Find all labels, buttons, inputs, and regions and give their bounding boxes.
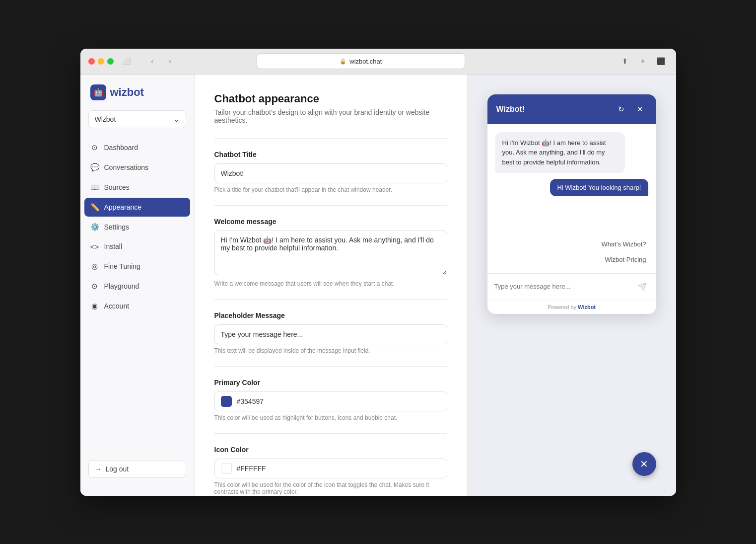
fine-tuning-icon: ◎ (90, 262, 99, 271)
settings-icon: ⚙️ (90, 223, 99, 232)
placeholder-message-input[interactable] (214, 324, 447, 344)
icon-color-swatch (221, 463, 232, 474)
icon-color-value: #FFFFFF (237, 465, 266, 472)
divider-2 (214, 205, 447, 206)
welcome-message-hint: Write a welcome message that users will … (214, 280, 447, 287)
nav-items: ⊙ Dashboard 💬 Conversations 📖 Sources ✏️… (80, 138, 194, 452)
chevron-down-icon: ⌄ (174, 115, 180, 123)
chat-header-actions: ↻ ✕ (615, 102, 647, 116)
chat-footer: Powered by Wizbot (487, 300, 656, 314)
minimize-button[interactable] (98, 58, 104, 65)
dashboard-icon: ⊙ (90, 143, 99, 152)
suggestion-chip-2[interactable]: Wizbot Pricing (605, 254, 646, 265)
main-content: Chatbot appearance Tailor your chatbot's… (195, 75, 468, 496)
icon-color-input[interactable]: #FFFFFF (214, 459, 447, 478)
chat-input-area (487, 273, 656, 300)
placeholder-message-hint: This text will be displayed inside of th… (214, 347, 447, 354)
bot-message: Hi I'm Wizbot 🤖! I am here to assist you… (495, 132, 625, 173)
lock-icon: 🔒 (340, 58, 346, 65)
sidebar-logo: 🤖 wizbot (80, 84, 194, 110)
address-bar[interactable]: 🔒 wizbot.chat (257, 53, 465, 69)
sidebar-item-playground[interactable]: ⊙ Playground (84, 277, 190, 296)
forward-button[interactable]: › (163, 54, 177, 68)
install-icon: <> (90, 242, 99, 251)
sidebar-item-appearance[interactable]: ✏️ Appearance (84, 198, 190, 217)
placeholder-message-label: Placeholder Message (214, 311, 447, 319)
sidebar-item-label: Appearance (104, 203, 142, 211)
chatbot-title-hint: Pick a title for your chatbot that'll ap… (214, 186, 447, 193)
conversations-icon: 💬 (90, 163, 99, 172)
new-tab-icon[interactable]: ＋ (636, 54, 650, 68)
powered-by-text: Powered by (548, 304, 576, 310)
welcome-message-section: Welcome message Hi I'm Wizbot 🤖! I am he… (214, 218, 447, 287)
sidebar-item-label: Settings (104, 223, 130, 231)
sidebar-item-label: Playground (104, 282, 139, 290)
sidebar-item-label: Conversations (104, 163, 149, 171)
icon-color-section: Icon Color #FFFFFF This color will be us… (214, 446, 447, 495)
sidebar-item-install[interactable]: <> Install (84, 237, 190, 256)
primary-color-value: #354597 (237, 397, 264, 405)
workspace-label: Wizbot (95, 115, 116, 123)
account-icon: ◉ (90, 302, 99, 311)
chatbot-title-input[interactable] (214, 163, 447, 183)
primary-color-input[interactable]: #354597 (214, 391, 447, 411)
sidebar-item-sources[interactable]: 📖 Sources (84, 178, 190, 197)
primary-color-label: Primary Color (214, 379, 447, 387)
sidebar: 🤖 wizbot Wizbot ⌄ ⊙ Dashboard 💬 Conversa… (80, 75, 195, 496)
chat-header-title: Wizbot! (496, 105, 525, 114)
page-title: Chatbot appearance (214, 92, 447, 105)
icon-color-label: Icon Color (214, 446, 447, 454)
back-button[interactable]: ‹ (145, 54, 159, 68)
logo-text: wizbot (110, 86, 144, 99)
divider-4 (214, 366, 447, 367)
sidebar-toggle-icon[interactable]: ⬜ (120, 54, 134, 68)
sidebar-item-settings[interactable]: ⚙️ Settings (84, 218, 190, 236)
sidebar-item-conversations[interactable]: 💬 Conversations (84, 158, 190, 177)
sidebar-item-label: Account (104, 302, 130, 310)
welcome-message-textarea[interactable]: Hi I'm Wizbot 🤖! I am here to assist you… (214, 231, 447, 275)
app-body: 🤖 wizbot Wizbot ⌄ ⊙ Dashboard 💬 Conversa… (80, 75, 676, 496)
sidebar-item-dashboard[interactable]: ⊙ Dashboard (84, 138, 190, 157)
sidebar-item-fine-tuning[interactable]: ◎ Fine Tuning (84, 257, 190, 276)
preview-panel: Wizbot! ↻ ✕ Hi I'm Wizbot 🤖! I am here t… (468, 75, 676, 496)
sidebar-item-label: Dashboard (104, 144, 138, 152)
traffic-lights (88, 58, 114, 65)
suggestion-chip-1[interactable]: What's Wizbot? (602, 238, 646, 250)
chatbot-title-label: Chatbot Title (214, 151, 447, 158)
sidebar-item-label: Sources (104, 183, 130, 191)
divider-5 (214, 433, 447, 434)
logout-button[interactable]: → Log out (88, 460, 186, 478)
chat-widget: Wizbot! ↻ ✕ Hi I'm Wizbot 🤖! I am here t… (487, 94, 656, 314)
workspace-selector[interactable]: Wizbot ⌄ (88, 110, 186, 128)
divider-3 (214, 299, 447, 300)
chat-refresh-button[interactable]: ↻ (615, 102, 628, 116)
sidebar-item-account[interactable]: ◉ Account (84, 297, 190, 315)
logout-icon: → (95, 465, 102, 473)
appearance-icon: ✏️ (90, 203, 99, 212)
chat-close-button[interactable]: ✕ (633, 102, 647, 116)
sidebar-item-label: Install (104, 242, 123, 250)
close-button[interactable] (88, 58, 95, 65)
browser-actions: ⬆ ＋ ⬛ (618, 54, 668, 68)
chat-messages: Hi I'm Wizbot 🤖! I am here to assist you… (487, 124, 656, 273)
logo-icon: 🤖 (90, 84, 106, 100)
divider-1 (214, 138, 447, 139)
sidebar-bottom: → Log out (80, 452, 194, 486)
chat-fab-button[interactable]: ✕ (632, 452, 656, 476)
maximize-button[interactable] (107, 58, 114, 65)
chat-input[interactable] (494, 283, 631, 290)
sources-icon: 📖 (90, 183, 99, 192)
chatbot-title-section: Chatbot Title Pick a title for your chat… (214, 151, 447, 193)
sidebar-item-label: Fine Tuning (104, 262, 140, 270)
primary-color-swatch (221, 396, 232, 407)
tabs-icon[interactable]: ⬛ (654, 54, 668, 68)
share-icon[interactable]: ⬆ (618, 54, 632, 68)
powered-by-link[interactable]: Wizbot (578, 304, 596, 310)
logout-label: Log out (106, 465, 129, 473)
send-button[interactable] (635, 280, 649, 294)
primary-color-section: Primary Color #354597 This color will be… (214, 379, 447, 421)
playground-icon: ⊙ (90, 282, 99, 291)
user-message: Hi Wizbot! You looking sharp! (550, 179, 648, 196)
chat-suggestions: What's Wizbot? Wizbot Pricing (495, 238, 648, 265)
url-text: wizbot.chat (349, 58, 382, 65)
